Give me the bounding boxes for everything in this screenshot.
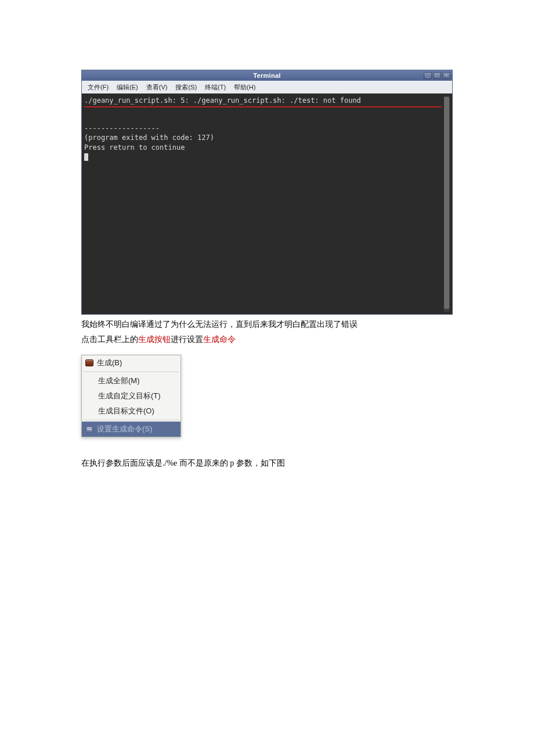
titlebar-controls: _ □ × — [424, 72, 452, 79]
p2-d: 生成命令 — [203, 335, 236, 344]
menu-item-make-custom-label: 生成自定义目标(T) — [98, 391, 161, 401]
menu-edit[interactable]: 编辑(E) — [114, 82, 140, 93]
maximize-button[interactable]: □ — [433, 72, 441, 79]
p2-a: 点击工具栏上的 — [81, 335, 138, 344]
menu-item-make-all[interactable]: 生成全部(M) — [82, 373, 181, 388]
p2-b: 生成按钮 — [138, 335, 171, 344]
menu-item-set-build-commands[interactable]: 设置生成命令(S) — [82, 422, 181, 437]
terminal-output: ./geany_run_script.sh: 5: ./geany_run_sc… — [84, 96, 442, 312]
menu-item-build[interactable]: 生成(B) — [82, 355, 181, 370]
window-title: Terminal — [82, 72, 452, 79]
menu-item-build-label: 生成(B) — [97, 358, 122, 368]
menu-item-make-object[interactable]: 生成目标文件(O) — [82, 404, 181, 419]
terminal-window: Terminal _ □ × 文件(F) 编辑(E) 查看(V) 搜索(S) 终… — [81, 70, 453, 315]
menu-help[interactable]: 帮助(H) — [232, 82, 258, 93]
menu-view[interactable]: 查看(V) — [144, 82, 170, 93]
preferences-icon — [85, 425, 93, 433]
menu-file[interactable]: 文件(F) — [85, 82, 111, 93]
svg-point-3 — [88, 427, 89, 429]
output-error-line: ./geany_run_script.sh: 5: ./geany_run_sc… — [84, 96, 361, 105]
terminal-body[interactable]: ./geany_run_script.sh: 5: ./geany_run_sc… — [82, 93, 452, 314]
menu-separator — [83, 420, 179, 420]
body-paragraph-3: 在执行参数后面应该是./%e 而不是原来的 p 参数，如下图 — [81, 458, 453, 469]
scrollbar[interactable] — [443, 96, 450, 312]
scrollbar-thumb[interactable] — [444, 97, 449, 309]
menu-separator — [83, 372, 179, 372]
titlebar[interactable]: Terminal _ □ × — [82, 70, 452, 81]
menu-terminal[interactable]: 终端(T) — [203, 82, 228, 93]
output-press-line: Press return to continue — [84, 143, 185, 152]
cursor-icon — [84, 153, 88, 161]
body-paragraph-1: 我始终不明白编译通过了为什么无法运行，直到后来我才明白配置出现了错误 — [81, 318, 453, 331]
close-button[interactable]: × — [442, 72, 450, 79]
menu-search[interactable]: 搜索(S) — [173, 82, 199, 93]
svg-point-4 — [90, 429, 91, 430]
output-dashes: ------------------ — [84, 124, 160, 132]
build-dropdown-menu: 生成(B) 生成全部(M) 生成自定义目标(T) 生成目标文件(O) 设置生成命… — [81, 355, 181, 437]
minimize-button[interactable]: _ — [424, 72, 432, 79]
menu-item-make-all-label: 生成全部(M) — [98, 376, 140, 386]
error-underline — [84, 106, 442, 107]
p2-c: 进行设置 — [171, 335, 203, 344]
body-paragraph-2: 点击工具栏上的生成按钮进行设置生成命令 — [81, 333, 453, 346]
menu-item-make-object-label: 生成目标文件(O) — [98, 406, 154, 416]
menu-item-make-custom[interactable]: 生成自定义目标(T) — [82, 388, 181, 404]
output-exit-line: (program exited with code: 127) — [84, 134, 214, 142]
menubar: 文件(F) 编辑(E) 查看(V) 搜索(S) 终端(T) 帮助(H) — [82, 81, 452, 93]
brick-icon — [85, 359, 93, 366]
menu-item-set-build-label: 设置生成命令(S) — [97, 424, 152, 434]
